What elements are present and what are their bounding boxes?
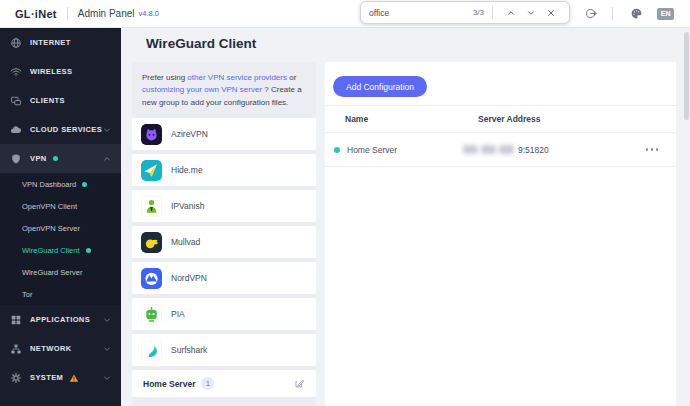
sidebar-item-internet[interactable]: INTERNET <box>0 28 121 57</box>
chevron-up-icon <box>103 155 111 163</box>
intro-mid: or <box>287 73 296 82</box>
redacted-address-segment <box>499 145 514 154</box>
submenu-label: VPN Dashboard <box>22 180 76 189</box>
provider-item-azirevpn[interactable]: AzireVPN <box>132 118 316 150</box>
submenu-label: Tor <box>22 290 32 299</box>
sidebar-item-wireguard-server[interactable]: WireGuard Server <box>0 261 121 283</box>
wifi-icon <box>10 66 22 78</box>
gear-icon <box>10 372 22 384</box>
find-in-page-bar: office 3/3 <box>360 1 570 24</box>
sidebar-item-system[interactable]: SYSTEM <box>0 363 121 392</box>
provider-item-surfshark[interactable]: Surfshark <box>132 334 316 366</box>
sidebar-item-label: CLOUD SERVICES <box>30 125 102 134</box>
sidebar-item-tor[interactable]: Tor <box>0 283 121 305</box>
find-previous-icon[interactable] <box>504 6 518 20</box>
pia-logo-icon <box>141 304 162 325</box>
redacted-address-segment <box>463 145 478 154</box>
language-badge[interactable]: EN <box>657 8 674 20</box>
config-name: Home Server <box>347 145 463 155</box>
shield-icon <box>10 153 22 165</box>
sidebar-item-applications[interactable]: APPLICATIONS <box>0 305 121 334</box>
sidebar-item-network[interactable]: NETWORK <box>0 334 121 363</box>
provider-item-nordvpn[interactable]: NordVPN <box>132 262 316 294</box>
provider-name: Mullvad <box>171 237 200 247</box>
server-address: 9:51820 <box>463 145 549 155</box>
admin-panel-screen: GL·iNet Admin Panel v4.8.0 <box>0 0 690 406</box>
provider-item-hideme[interactable]: Hide.me <box>132 154 316 186</box>
mullvad-logo-icon <box>141 232 162 253</box>
nordvpn-logo-icon <box>141 268 162 289</box>
table-header: Name Server Address <box>325 106 676 133</box>
provider-name: AzireVPN <box>171 129 208 139</box>
sidebar-item-openvpn-server[interactable]: OpenVPN Server <box>0 217 121 239</box>
sidebar-item-label: INTERNET <box>30 38 71 47</box>
topbar-divider <box>612 7 613 20</box>
grid-icon <box>10 314 22 326</box>
row-more-menu-icon[interactable] <box>646 148 659 151</box>
page-title: WireGuard Client <box>146 36 256 51</box>
configuration-panel: Add Configuration Name Server Address Ho… <box>325 62 676 406</box>
group-row-home-server[interactable]: Home Server 1 <box>132 370 316 397</box>
sidebar-item-label: APPLICATIONS <box>30 315 90 324</box>
sidebar-item-vpn[interactable]: VPN <box>0 144 121 173</box>
provider-name: Surfshark <box>171 345 207 355</box>
provider-name: Hide.me <box>171 165 203 175</box>
submenu-label: WireGuard Client <box>22 246 80 255</box>
sidebar-item-label: SYSTEM <box>30 373 63 382</box>
chevron-down-icon <box>103 316 111 324</box>
provider-name: IPVanish <box>171 201 204 211</box>
chevron-down-icon <box>103 126 111 134</box>
network-icon <box>10 343 22 355</box>
sidebar-item-label: NETWORK <box>30 344 72 353</box>
find-divider <box>492 6 493 19</box>
connection-status-dot <box>334 147 340 153</box>
provider-name: PIA <box>171 309 185 319</box>
intro-text: Prefer using other VPN service providers… <box>132 62 316 118</box>
vpn-status-dot <box>53 156 58 161</box>
wireguard-client-status-dot <box>86 248 91 253</box>
top-bar: GL·iNet Admin Panel v4.8.0 <box>0 0 690 28</box>
server-address-suffix: 9:51820 <box>518 145 549 155</box>
sidebar-item-openvpn-client[interactable]: OpenVPN Client <box>0 195 121 217</box>
theme-palette-icon[interactable] <box>629 7 643 21</box>
sidebar-item-wireguard-client[interactable]: WireGuard Client <box>0 239 121 261</box>
vpn-dashboard-status-dot <box>82 182 87 187</box>
vpn-submenu: VPN Dashboard OpenVPN Client OpenVPN Ser… <box>0 173 121 305</box>
provider-item-pia[interactable]: PIA <box>132 298 316 330</box>
submenu-label: WireGuard Server <box>22 268 82 277</box>
column-header-name: Name <box>345 114 478 124</box>
table-row[interactable]: Home Server 9:51820 <box>325 133 676 167</box>
warning-triangle-icon <box>69 373 79 383</box>
vpn-providers-link[interactable]: other VPN service providers <box>187 73 287 82</box>
sidebar-item-clients[interactable]: CLIENTS <box>0 86 121 115</box>
submenu-label: OpenVPN Client <box>22 202 77 211</box>
scrollbar-thumb[interactable] <box>684 32 689 120</box>
sidebar-item-vpn-dashboard[interactable]: VPN Dashboard <box>0 173 121 195</box>
sidebar: INTERNET WIRELESS CLIENTS <box>0 28 121 406</box>
intro-pre: Prefer using <box>142 73 187 82</box>
provider-panel: Prefer using other VPN service providers… <box>132 62 316 406</box>
sidebar-item-label: CLIENTS <box>30 96 65 105</box>
edit-group-icon[interactable] <box>294 378 305 389</box>
sidebar-item-label: VPN <box>30 154 47 163</box>
find-next-icon[interactable] <box>524 6 538 20</box>
clients-icon <box>10 95 22 107</box>
logo-divider <box>67 7 68 20</box>
provider-name: NordVPN <box>171 273 207 283</box>
sidebar-item-wireless[interactable]: WIRELESS <box>0 57 121 86</box>
own-vpn-server-link[interactable]: customizing your own VPN server <box>142 85 262 94</box>
ipvanish-logo-icon <box>141 196 162 217</box>
find-match-count: 3/3 <box>473 8 484 17</box>
provider-item-mullvad[interactable]: Mullvad <box>132 226 316 258</box>
find-close-icon[interactable] <box>544 6 558 20</box>
chevron-down-icon <box>103 345 111 353</box>
add-configuration-button[interactable]: Add Configuration <box>333 76 427 97</box>
sidebar-item-cloud-services[interactable]: CLOUD SERVICES <box>0 115 121 144</box>
provider-item-ipvanish[interactable]: IPVanish <box>132 190 316 222</box>
redacted-address-segment <box>481 145 496 154</box>
logout-icon[interactable] <box>584 7 598 21</box>
submenu-label: OpenVPN Server <box>22 224 80 233</box>
find-query-input[interactable]: office <box>369 8 473 18</box>
app-title: Admin Panel <box>78 8 135 19</box>
azirevpn-logo-icon <box>141 124 162 145</box>
